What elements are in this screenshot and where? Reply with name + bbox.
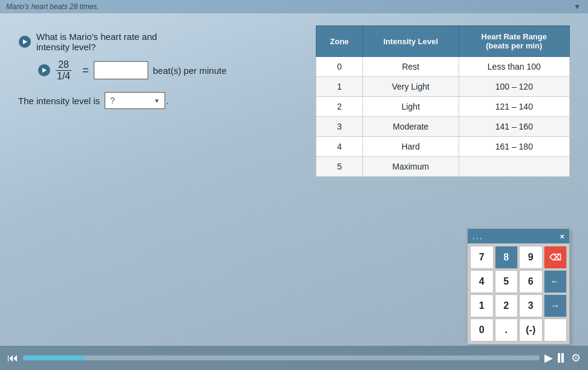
- keypad-grid: 789⌫456←123→0.(-): [468, 243, 569, 344]
- key-button-1[interactable]: 1: [470, 294, 494, 317]
- skip-back-button[interactable]: ⏮: [7, 352, 18, 365]
- key-button-empty: [544, 319, 567, 342]
- key-button-8[interactable]: 8: [495, 246, 518, 269]
- dropdown-arrow-icon: ▼: [154, 97, 160, 104]
- table-cell-zone: 0: [316, 57, 363, 77]
- key-button-7[interactable]: 7: [470, 246, 494, 269]
- key-button-6[interactable]: 6: [519, 270, 543, 293]
- fraction-display: 28 1/4: [56, 59, 71, 81]
- table-cell-range: [459, 157, 569, 177]
- table-cell-range: Less than 100: [459, 57, 569, 77]
- question-text: What is Mario's heart rate and intensity…: [36, 31, 157, 52]
- table-row: 0RestLess than 100: [316, 57, 570, 77]
- left-panel: What is Mario's heart rate and intensity…: [18, 25, 316, 109]
- key-button-0[interactable]: 0: [470, 319, 494, 342]
- fraction-denominator: 1/4: [56, 71, 71, 82]
- key-button-.[interactable]: .: [495, 319, 518, 342]
- table-cell-intensity: Moderate: [363, 117, 459, 137]
- key-button-9[interactable]: 9: [519, 246, 543, 269]
- key-button-(-)[interactable]: (-): [519, 319, 543, 342]
- right-panel: Zone Intensity Level Heart Rate Range(be…: [316, 25, 570, 177]
- table-cell-zone: 4: [316, 137, 363, 157]
- table-row: 3Moderate141 – 160: [316, 117, 570, 137]
- question-row: What is Mario's heart rate and intensity…: [18, 31, 316, 52]
- chevron-up-icon[interactable]: ▼: [572, 2, 582, 11]
- col-hr-range: Heart Rate Range(beats per min): [459, 26, 569, 57]
- fraction-numerator: 28: [56, 59, 71, 71]
- table-cell-range: 121 – 140: [459, 97, 569, 117]
- fraction-row: 28 1/4 = beat(s) per minute: [38, 59, 316, 81]
- table-cell-intensity: Maximum: [363, 157, 459, 177]
- settings-button[interactable]: ⚙: [571, 351, 581, 365]
- answer-input[interactable]: [94, 61, 148, 79]
- play-forward-button[interactable]: ▶: [544, 351, 553, 365]
- table-cell-zone: 1: [316, 77, 363, 97]
- table-cell-intensity: Hard: [363, 137, 459, 157]
- table-cell-intensity: Rest: [363, 57, 459, 77]
- intensity-label: The intensity level is: [18, 96, 100, 106]
- key-button-5[interactable]: 5: [495, 270, 518, 293]
- table-row: 2Light121 – 140: [316, 97, 570, 117]
- table-cell-zone: 5: [316, 157, 363, 177]
- table-cell-range: 141 – 160: [459, 117, 569, 137]
- col-zone: Zone: [316, 26, 363, 57]
- top-bar: Mario's heart beats 28 times. ▼: [0, 0, 588, 13]
- table-cell-intensity: Light: [363, 97, 459, 117]
- key-button-→[interactable]: →: [544, 294, 567, 317]
- data-table: Zone Intensity Level Heart Rate Range(be…: [316, 25, 570, 177]
- table-cell-range: 161 – 180: [459, 137, 569, 157]
- intensity-dropdown[interactable]: ? ▼: [105, 92, 165, 109]
- intensity-dropdown-value: ?: [110, 96, 115, 105]
- audio-icon[interactable]: [18, 35, 31, 48]
- keypad-header: ... ×: [468, 229, 569, 243]
- keypad-overlay: ... × 789⌫456←123→0.(-): [467, 228, 570, 345]
- table-cell-zone: 3: [316, 117, 363, 137]
- table-cell-intensity: Very Light: [363, 77, 459, 97]
- bpm-label: beat(s) per minute: [153, 65, 227, 76]
- table-header-row: Zone Intensity Level Heart Rate Range(be…: [316, 26, 570, 57]
- progress-bar[interactable]: [23, 355, 540, 360]
- equals-sign: =: [82, 64, 89, 77]
- audio-icon-small[interactable]: [38, 64, 51, 77]
- key-button-3[interactable]: 3: [519, 294, 543, 317]
- bottom-bar: ⏮ ▶ ⚙: [0, 346, 588, 370]
- key-button-←[interactable]: ←: [544, 270, 567, 293]
- keypad-dots: ...: [472, 231, 483, 241]
- table-row: 4Hard161 – 180: [316, 137, 570, 157]
- table-row: 5Maximum: [316, 157, 570, 177]
- period: .: [166, 96, 169, 106]
- table-cell-zone: 2: [316, 97, 363, 117]
- top-bar-text: Mario's heart beats 28 times.: [6, 2, 99, 11]
- table-cell-range: 100 – 120: [459, 77, 569, 97]
- intensity-row: The intensity level is ? ▼ .: [18, 92, 316, 109]
- table-row: 1Very Light100 – 120: [316, 77, 570, 97]
- pause-button[interactable]: [558, 353, 564, 363]
- key-button-2[interactable]: 2: [495, 294, 518, 317]
- progress-bar-fill: [23, 355, 85, 360]
- key-button-4[interactable]: 4: [470, 270, 494, 293]
- keypad-close-button[interactable]: ×: [560, 232, 564, 241]
- col-intensity: Intensity Level: [363, 26, 459, 57]
- key-button-⌫[interactable]: ⌫: [544, 246, 567, 269]
